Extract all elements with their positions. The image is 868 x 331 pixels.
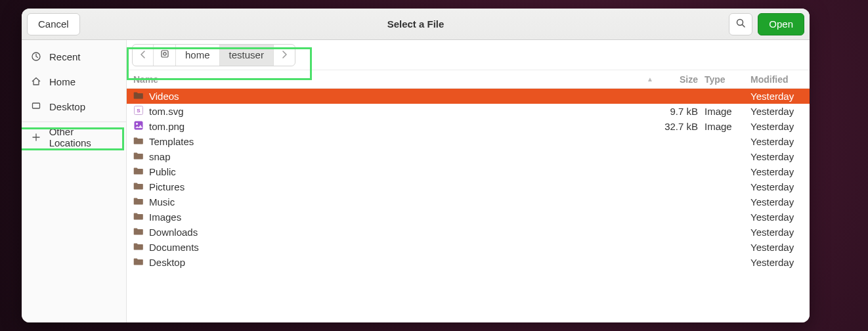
file-row[interactable]: snapYesterday xyxy=(127,149,810,164)
file-row[interactable]: DesktopYesterday xyxy=(127,255,810,270)
path-root-button[interactable] xyxy=(154,45,176,66)
folder-icon xyxy=(133,226,144,238)
file-name: Pictures xyxy=(149,181,184,192)
sidebar: Recent Home Desktop Other Locations xyxy=(22,40,127,322)
file-size: 32.7 kB xyxy=(659,121,705,132)
folder-icon xyxy=(133,135,144,148)
file-name: Desktop xyxy=(149,257,185,268)
path-segment-testuser[interactable]: testuser xyxy=(220,45,274,66)
column-header-size[interactable]: Size xyxy=(659,74,705,85)
file-name: snap xyxy=(149,151,171,162)
file-modified: Yesterday xyxy=(750,121,803,132)
file-name: tom.png xyxy=(149,121,184,132)
svg-rect-8 xyxy=(135,121,143,130)
file-row[interactable]: DocumentsYesterday xyxy=(127,240,810,255)
column-header-type[interactable]: Type xyxy=(705,74,750,85)
file-row[interactable]: DownloadsYesterday xyxy=(127,225,810,240)
sidebar-item-label: Desktop xyxy=(49,101,85,112)
sidebar-separator xyxy=(22,121,126,122)
svg-rect-3 xyxy=(33,103,40,108)
folder-icon xyxy=(133,256,144,269)
sidebar-item-label: Recent xyxy=(49,51,81,62)
file-type: Image xyxy=(705,121,750,132)
sidebar-item-desktop[interactable]: Desktop xyxy=(22,94,126,119)
svg-point-9 xyxy=(136,123,138,125)
file-row[interactable]: ImagesYesterday xyxy=(127,210,810,225)
search-icon xyxy=(735,18,746,30)
file-row[interactable]: PublicYesterday xyxy=(127,164,810,179)
file-name: Documents xyxy=(149,242,199,253)
file-name: tom.svg xyxy=(149,106,184,117)
path-forward-button[interactable] xyxy=(274,45,295,66)
svg-icon: S xyxy=(133,105,144,118)
svg-point-5 xyxy=(163,53,165,55)
pathbar: home testuser xyxy=(132,44,295,66)
file-list[interactable]: VideosYesterdayStom.svg9.7 kBImageYester… xyxy=(127,89,810,322)
column-header-name[interactable]: Name ▲ xyxy=(127,74,659,85)
file-chooser-dialog: Cancel Select a File Open Recent xyxy=(22,9,810,322)
file-modified: Yesterday xyxy=(750,196,803,208)
file-row[interactable]: MusicYesterday xyxy=(127,194,810,210)
sidebar-item-recent[interactable]: Recent xyxy=(22,44,126,69)
folder-icon xyxy=(133,150,144,163)
file-row[interactable]: TemplatesYesterday xyxy=(127,134,810,149)
sidebar-item-label: Home xyxy=(49,76,76,87)
cancel-button[interactable]: Cancel xyxy=(27,13,80,35)
header-bar: Cancel Select a File Open xyxy=(22,9,810,40)
file-modified: Yesterday xyxy=(750,257,803,268)
file-row[interactable]: VideosYesterday xyxy=(127,89,810,104)
file-modified: Yesterday xyxy=(750,91,803,102)
open-button[interactable]: Open xyxy=(758,13,804,35)
svg-rect-4 xyxy=(162,51,168,57)
sort-asc-icon: ▲ xyxy=(647,76,653,83)
file-modified: Yesterday xyxy=(750,181,803,192)
file-row[interactable]: tom.png32.7 kBImageYesterday xyxy=(127,119,810,134)
sidebar-item-label: Other Locations xyxy=(49,126,117,148)
dialog-title: Select a File xyxy=(22,18,810,30)
file-size: 9.7 kB xyxy=(659,106,705,117)
folder-icon xyxy=(133,181,144,193)
file-modified: Yesterday xyxy=(750,166,803,177)
svg-text:S: S xyxy=(137,108,141,114)
file-type: Image xyxy=(705,106,750,117)
file-modified: Yesterday xyxy=(750,136,803,147)
drive-icon xyxy=(160,49,169,60)
chevron-right-icon xyxy=(281,49,288,60)
svg-line-1 xyxy=(743,25,745,28)
file-name: Music xyxy=(149,196,175,208)
folder-icon xyxy=(133,241,144,254)
main-pane: home testuser Name ▲ Size Type Modified xyxy=(127,40,810,322)
search-button[interactable] xyxy=(729,13,752,35)
sidebar-item-other-locations[interactable]: Other Locations xyxy=(22,125,126,150)
file-name: Public xyxy=(149,166,176,177)
file-modified: Yesterday xyxy=(750,211,803,223)
file-name: Templates xyxy=(149,136,194,147)
desktop-icon xyxy=(31,101,41,112)
png-icon xyxy=(133,120,144,133)
file-name: Downloads xyxy=(149,227,198,238)
file-modified: Yesterday xyxy=(750,242,803,253)
home-icon xyxy=(31,76,41,87)
folder-icon xyxy=(133,90,144,102)
file-modified: Yesterday xyxy=(750,227,803,238)
column-headers: Name ▲ Size Type Modified xyxy=(127,70,810,89)
plus-icon xyxy=(31,132,41,143)
clock-icon xyxy=(31,51,41,62)
folder-icon xyxy=(133,196,144,208)
file-name: Videos xyxy=(149,91,179,102)
file-name: Images xyxy=(149,211,181,223)
chevron-left-icon xyxy=(140,49,146,60)
pathbar-row: home testuser xyxy=(127,40,810,70)
file-row[interactable]: Stom.svg9.7 kBImageYesterday xyxy=(127,104,810,119)
path-segment-home[interactable]: home xyxy=(176,45,220,66)
folder-icon xyxy=(133,211,144,223)
column-header-modified[interactable]: Modified xyxy=(750,74,803,85)
file-modified: Yesterday xyxy=(750,106,803,117)
folder-icon xyxy=(133,166,144,178)
sidebar-item-home[interactable]: Home xyxy=(22,69,126,94)
file-modified: Yesterday xyxy=(750,151,803,162)
path-back-button[interactable] xyxy=(133,45,154,66)
file-row[interactable]: PicturesYesterday xyxy=(127,179,810,194)
